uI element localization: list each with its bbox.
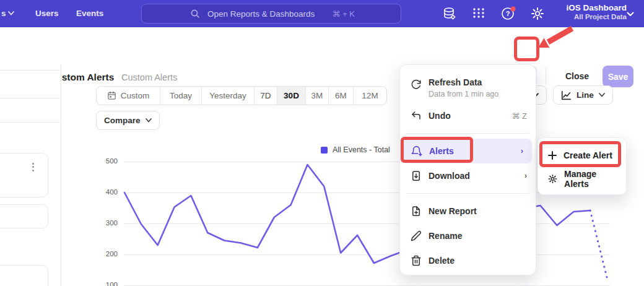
search-icon [190, 9, 200, 19]
sidebar-divider [0, 122, 60, 123]
menu-item-label: New Report [429, 206, 477, 216]
menu-item-label: Delete [429, 256, 455, 266]
submenu-item-manage-alerts[interactable]: Manage Alerts [538, 167, 626, 191]
report-header: Custom Alerts Custom Alerts GV Duplicate… [0, 27, 644, 64]
top-navigation-bar: s Users Events Open Reports & Dashboards… [0, 0, 644, 27]
nav-item-users[interactable]: Users [35, 9, 59, 18]
refresh-icon [411, 79, 422, 90]
project-name: iOS Dashboard [566, 3, 627, 12]
project-switcher[interactable]: iOS Dashboard All Project Data [566, 3, 627, 20]
undo-icon [411, 110, 422, 121]
series-projection [590, 210, 607, 277]
submenu-chevron-icon: › [524, 171, 527, 180]
gear-icon [547, 173, 558, 184]
menu-item-label: Rename [429, 231, 462, 241]
search-placeholder: Open Reports & Dashboards [207, 9, 315, 19]
menu-item-label: Refresh Data [429, 77, 482, 87]
project-scope: All Project Data [566, 13, 627, 20]
menu-item-label: Download [429, 171, 470, 181]
menu-item-rename[interactable]: Rename [400, 223, 536, 248]
global-search-input[interactable]: Open Reports & Dashboards ⌘ + K [141, 4, 401, 24]
new-report-icon [411, 206, 422, 217]
alerts-submenu: Create Alert Manage Alerts [537, 137, 627, 195]
submenu-chevron-icon: › [521, 147, 523, 155]
project-chevron-down-icon [627, 12, 634, 17]
nav-item-partial[interactable]: s [1, 9, 6, 18]
settings-gear-icon[interactable] [530, 6, 545, 21]
search-shortcut-hint: ⌘ + K [333, 9, 355, 19]
submenu-item-label: Create Alert [564, 150, 612, 160]
trash-icon [411, 255, 422, 266]
help-icon[interactable]: ? [501, 6, 516, 21]
sidebar-divider [0, 70, 60, 71]
alert-bell-icon [411, 145, 422, 157]
sidebar-divider [0, 98, 60, 98]
menu-divider [406, 133, 529, 134]
menu-item-refresh-data[interactable]: Refresh Data Data from 1 min ago [400, 70, 536, 103]
more-options-menu: Refresh Data Data from 1 min ago Undo ⌘ … [399, 64, 536, 275]
menu-item-undo[interactable]: Undo ⌘ Z [400, 103, 536, 128]
app-root: s Users Events Open Reports & Dashboards… [0, 0, 644, 286]
dashboard-sidebar [0, 64, 61, 286]
report-card[interactable] [0, 153, 48, 197]
plus-icon [547, 150, 557, 160]
menu-item-label: Undo [429, 111, 451, 121]
menu-item-download[interactable]: Download › [400, 163, 536, 188]
menu-item-sublabel: Data from 1 min ago [429, 90, 498, 98]
nav-item-events[interactable]: Events [76, 9, 103, 18]
undo-shortcut: ⌘ Z [511, 111, 527, 121]
menu-item-label: Alerts [429, 146, 454, 156]
report-card[interactable] [0, 204, 48, 228]
data-management-icon[interactable] [443, 6, 458, 21]
submenu-item-label: Manage Alerts [564, 169, 620, 189]
svg-text:?: ? [506, 10, 510, 17]
nav-partial-label: s [1, 9, 6, 18]
report-card[interactable] [0, 265, 48, 286]
pencil-icon [411, 230, 422, 241]
menu-divider [406, 193, 529, 194]
menu-item-alerts[interactable]: Alerts › [404, 139, 532, 163]
chevron-down-icon [8, 11, 14, 15]
menu-item-delete[interactable]: Delete [400, 248, 536, 273]
download-icon [411, 170, 422, 181]
menu-item-new-report[interactable]: New Report [400, 199, 536, 223]
submenu-item-create-alert[interactable]: Create Alert [538, 144, 626, 167]
card-kebab-menu-icon[interactable] [32, 161, 35, 173]
apps-grid-icon[interactable] [472, 6, 487, 21]
